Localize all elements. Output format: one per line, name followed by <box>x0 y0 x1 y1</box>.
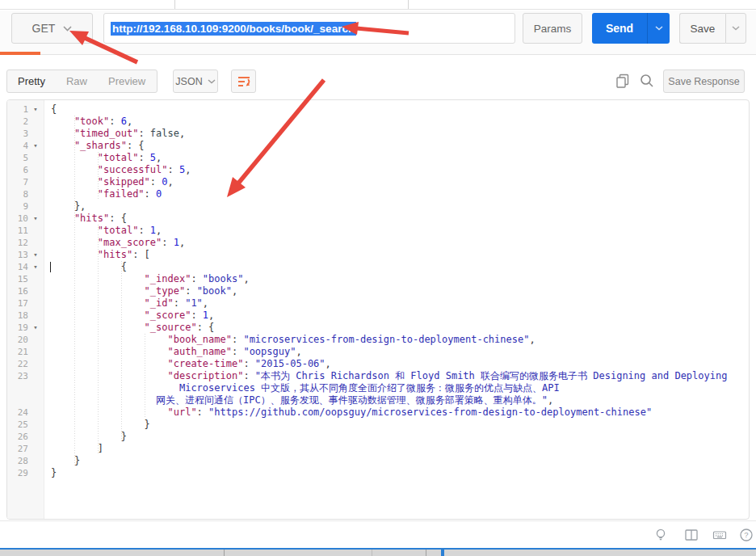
fold-toggle-icon[interactable]: ▾ <box>28 103 43 116</box>
fold-toggle-icon[interactable]: ▾ <box>28 213 43 225</box>
fold-toggle-icon <box>28 467 43 479</box>
line-number: 28 <box>7 455 28 467</box>
fold-toggle-icon[interactable]: ▾ <box>28 249 43 261</box>
line-number: 11 <box>7 225 28 237</box>
method-dropdown[interactable]: GET <box>11 13 93 44</box>
code-line: 17"_id": "1", <box>7 297 749 310</box>
fold-toggle-icon <box>28 346 43 358</box>
code-line: 28} <box>7 455 749 467</box>
line-number: 8 <box>7 188 28 200</box>
help-icon: ? <box>739 528 754 542</box>
code-line: 23"description": "本书为 Chris Richardson 和… <box>7 370 749 382</box>
code-line: 3"timed_out": false, <box>7 128 749 140</box>
keyboard-icon <box>712 528 727 542</box>
code-line: 24"url": "https://github.com/oopsguy/mic… <box>7 406 749 419</box>
split-pane-icon <box>684 528 699 542</box>
code-line: 10▾"hits": { <box>7 213 749 225</box>
code-lines: 1▾{2"took": 6,3"timed_out": false,4▾"_sh… <box>7 103 749 479</box>
code-line: 11"total": 1, <box>7 225 749 237</box>
code-line: 18"_score": 1, <box>7 310 749 322</box>
lightbulb-icon <box>653 528 668 542</box>
code-line: 12"max_score": 1, <box>7 237 749 249</box>
beautify-button[interactable] <box>231 70 256 93</box>
beautify-icon <box>237 74 251 89</box>
save-response-button[interactable]: Save Response <box>663 70 745 93</box>
fold-toggle-icon[interactable]: ▾ <box>28 322 43 334</box>
fold-toggle-icon <box>28 370 43 382</box>
tab-preview[interactable]: Preview <box>98 75 156 87</box>
fold-toggle-icon <box>28 200 43 213</box>
strip-blue-tick <box>441 550 444 556</box>
background-window-edge <box>0 548 756 556</box>
view-mode-tabs: Pretty Raw Preview <box>6 70 158 93</box>
code-pane: 1▾{2"took": 6,3"timed_out": false,4▾"_sh… <box>7 103 749 479</box>
copy-button[interactable] <box>615 73 631 89</box>
line-number: 5 <box>7 152 28 164</box>
method-label: GET <box>32 22 56 35</box>
code-line: 9}, <box>7 200 749 213</box>
code-line: 网关、进程间通信（IPC）、服务发现、事件驱动数据管理、微服务部署策略、重构单体… <box>7 394 749 406</box>
line-number: 26 <box>7 431 28 443</box>
line-number: 27 <box>7 443 28 455</box>
save-options-dropdown[interactable] <box>725 13 746 44</box>
strip-divider <box>372 550 372 556</box>
send-options-dropdown[interactable] <box>647 13 670 44</box>
fold-toggle-icon <box>28 128 43 140</box>
tab-raw[interactable]: Raw <box>56 75 98 87</box>
code-line: Microservices 中文版，其从不同角度全面介绍了微服务：微服务的优点与… <box>7 382 749 394</box>
code-line: 5"total": 5, <box>7 152 749 164</box>
fold-toggle-icon <box>28 358 43 370</box>
send-button[interactable]: Send <box>592 13 647 44</box>
fold-toggle-icon <box>28 310 43 322</box>
code-line: 1▾{ <box>7 103 749 116</box>
fold-toggle-icon <box>28 382 43 394</box>
code-line: 14▾{ <box>7 261 749 273</box>
status-bar: ? <box>0 520 756 548</box>
svg-text:?: ? <box>744 530 748 539</box>
response-toolbar: Pretty Raw Preview JSON <box>0 57 756 99</box>
line-number <box>7 382 28 394</box>
line-number <box>7 394 28 406</box>
tab-divider <box>408 0 409 9</box>
save-button[interactable]: Save <box>679 13 725 44</box>
code-line: 25} <box>7 419 749 431</box>
line-number: 14 <box>7 261 28 273</box>
chevron-down-icon <box>208 79 216 84</box>
line-number: 7 <box>7 176 28 188</box>
fold-toggle-icon[interactable]: ▾ <box>28 140 43 152</box>
url-selected-text: http://192.168.10.109:9200/books/book/_s… <box>111 22 356 36</box>
fold-toggle-icon <box>28 188 43 200</box>
two-pane-view-button[interactable] <box>684 528 699 542</box>
chevron-down-icon <box>732 26 740 31</box>
chevron-down-icon <box>655 26 663 31</box>
code-line: 27] <box>7 443 749 455</box>
code-line: 2"took": 6, <box>7 116 749 128</box>
fold-toggle-icon <box>28 406 43 419</box>
line-number: 17 <box>7 297 28 310</box>
params-button[interactable]: Params <box>523 13 582 44</box>
fold-toggle-icon <box>28 176 43 188</box>
header-divider <box>0 54 756 55</box>
code-line: 19▾"_source": { <box>7 322 749 334</box>
code-line: 15"_index": "books", <box>7 273 749 285</box>
line-number: 19 <box>7 322 28 334</box>
line-number: 20 <box>7 334 28 346</box>
help-button[interactable]: ? <box>739 528 754 542</box>
fold-toggle-icon <box>28 334 43 346</box>
url-input[interactable]: http://192.168.10.109:9200/books/book/_s… <box>103 13 515 44</box>
line-number: 12 <box>7 237 28 249</box>
copy-icon <box>615 73 631 89</box>
shortcuts-button[interactable] <box>712 528 727 542</box>
fold-toggle-icon <box>28 273 43 285</box>
response-body[interactable]: 1▾{2"took": 6,3"timed_out": false,4▾"_sh… <box>6 99 750 520</box>
postman-window: GET http://192.168.10.109:9200/books/boo… <box>0 0 756 556</box>
fold-toggle-icon[interactable]: ▾ <box>28 261 43 273</box>
fold-toggle-icon <box>28 164 43 176</box>
search-response-button[interactable] <box>639 73 655 89</box>
code-line: 20"book_name": "microservices-from-desig… <box>7 334 749 346</box>
format-dropdown[interactable]: JSON <box>173 70 218 93</box>
fold-toggle-icon <box>28 419 43 431</box>
tips-button[interactable] <box>653 528 668 542</box>
tab-pretty[interactable]: Pretty <box>7 75 56 87</box>
code-line: 4▾"_shards": { <box>7 140 749 152</box>
